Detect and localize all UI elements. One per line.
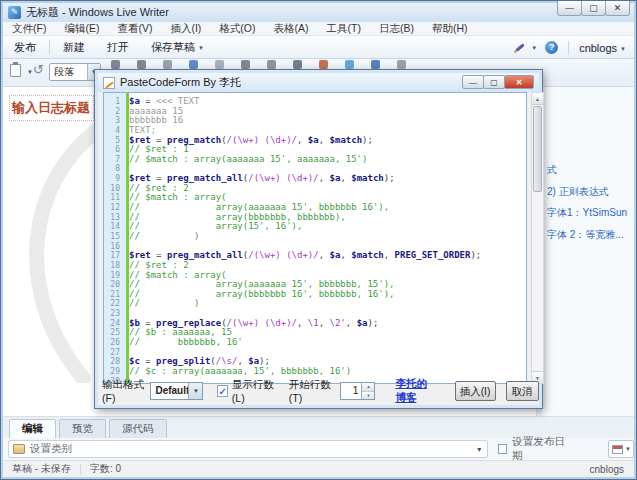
formatting-icons-strip bbox=[111, 60, 406, 69]
sidebar-link-1[interactable]: 2) 正则表达式 bbox=[547, 181, 632, 203]
scrollbar-thumb[interactable] bbox=[533, 106, 542, 192]
output-format-dropdown[interactable]: Default▼ bbox=[150, 382, 203, 400]
caret-down-icon: ▼ bbox=[198, 45, 204, 51]
menu-item-4[interactable]: 格式(O) bbox=[210, 22, 264, 36]
save-draft-button[interactable]: 保存草稿▼ bbox=[140, 40, 215, 55]
toolbar-separator bbox=[568, 41, 569, 55]
menu-item-6[interactable]: 工具(T) bbox=[318, 22, 370, 36]
show-line-numbers-label: 显示行数(L) bbox=[232, 378, 275, 404]
date-picker-button[interactable]: ▼ bbox=[608, 440, 634, 458]
brush-icon[interactable] bbox=[513, 41, 526, 54]
dialog-maximize-button[interactable]: ▢ bbox=[483, 75, 505, 89]
close-button[interactable]: ✕ bbox=[605, 1, 630, 16]
show-line-numbers-checkbox[interactable]: ✓ bbox=[217, 385, 227, 397]
sidebar-link-0[interactable]: 式 bbox=[547, 159, 632, 181]
cancel-button[interactable]: 取消 bbox=[506, 381, 539, 401]
right-sidebar: 式2) 正则表达式字体1：YtSimSun字体 2：等宽雅... bbox=[542, 87, 634, 416]
code-line: 11// $match : array( bbox=[104, 190, 526, 200]
tab-预览[interactable]: 预览 bbox=[59, 419, 106, 440]
clipboard-icon[interactable] bbox=[10, 64, 21, 77]
status-bar: 草稿 - 未保存 字数: 0 cnblogs bbox=[3, 460, 634, 477]
post-title-placeholder[interactable]: 输入日志标题 bbox=[9, 95, 94, 121]
code-line: 15// ) bbox=[104, 229, 526, 239]
menu-item-5[interactable]: 表格(A) bbox=[265, 22, 318, 36]
code-line: 17$ret = preg_match_all(/(\w+) (\d+)/, $… bbox=[104, 248, 526, 258]
chevron-down-icon: ▼ bbox=[476, 446, 483, 453]
caret-down-icon[interactable]: ▼ bbox=[531, 45, 537, 51]
dialog-title-bar[interactable]: PasteCodeForm By 李托 — ▢ ✕ bbox=[98, 73, 539, 92]
code-line: 7// $match : array(aaaaaaa 15', aaaaaaa,… bbox=[104, 152, 526, 162]
maximize-button[interactable]: ▢ bbox=[581, 1, 606, 16]
title-bar: ✎ 无标题 - Windows Live Writer — ▢ ✕ bbox=[3, 3, 634, 22]
menu-item-2[interactable]: 查看(V) bbox=[108, 22, 161, 36]
menu-item-7[interactable]: 日志(B) bbox=[370, 22, 423, 36]
main-toolbar: 发布 新建 打开 保存草稿▼ ▼ ? cnblogs▼ bbox=[3, 36, 634, 59]
start-line-stepper[interactable]: 1 ▲▼ bbox=[340, 382, 375, 400]
author-blog-link[interactable]: 李托的博客 bbox=[395, 377, 436, 405]
calendar-icon bbox=[612, 445, 623, 454]
code-lines: 1$a = <<< TEXT2aaaaaaa 153bbbbbbb 164TEX… bbox=[104, 94, 526, 383]
category-dropdown[interactable]: 设置类别 ▼ bbox=[8, 440, 488, 458]
code-line: 1$a = <<< TEXT bbox=[104, 94, 526, 104]
code-line: 2aaaaaaa 15 bbox=[104, 104, 526, 114]
paste-code-dialog: PasteCodeForm By 李托 — ▢ ✕ 1$a = <<< TEXT… bbox=[94, 69, 543, 409]
menu-item-8[interactable]: 帮助(H) bbox=[423, 22, 477, 36]
menu-item-3[interactable]: 插入(I) bbox=[161, 22, 210, 36]
toolbar-separator bbox=[49, 40, 50, 54]
menu-item-1[interactable]: 编辑(E) bbox=[55, 22, 108, 36]
code-line: 5$ret = preg_match(/(\w+) (\d+)/, $a, $m… bbox=[104, 133, 526, 143]
sidebar-list: 式2) 正则表达式字体1：YtSimSun字体 2：等宽雅... bbox=[547, 159, 632, 245]
chevron-down-icon: ▼ bbox=[188, 383, 202, 399]
open-button[interactable]: 打开 bbox=[96, 40, 140, 55]
tab-源代码[interactable]: 源代码 bbox=[109, 419, 167, 440]
undo-icon[interactable]: ↺ bbox=[33, 62, 44, 77]
spin-up-icon[interactable]: ▲ bbox=[362, 383, 374, 391]
category-label: 设置类别 bbox=[30, 442, 72, 456]
start-line-label: 开始行数(T) bbox=[289, 378, 332, 404]
sidebar-link-2[interactable]: 字体1：YtSimSun bbox=[547, 202, 632, 224]
code-line: 28$c = preg_split(/\s/, $a); bbox=[104, 354, 526, 364]
new-button[interactable]: 新建 bbox=[52, 40, 96, 55]
help-icon[interactable]: ? bbox=[545, 41, 558, 54]
post-options-row: 设置类别 ▼ 设置发布日期 ▼ bbox=[3, 438, 634, 460]
dialog-icon bbox=[103, 77, 115, 89]
code-line: 19// $match : array( bbox=[104, 268, 526, 278]
caret-down-icon: ▼ bbox=[620, 46, 626, 52]
publish-date-checkbox[interactable] bbox=[498, 444, 508, 454]
tag-icon bbox=[13, 444, 25, 454]
account-selector[interactable]: cnblogs▼ bbox=[571, 42, 626, 54]
code-line: 21// array(bbbbbbb 16', bbbbbbb, 16'), bbox=[104, 287, 526, 297]
chevron-down-icon: ▼ bbox=[625, 446, 631, 452]
draft-status: 草稿 - 未保存 bbox=[3, 462, 80, 476]
word-count: 字数: 0 bbox=[81, 462, 130, 476]
windows-live-writer-window: ✎ 无标题 - Windows Live Writer — ▢ ✕ 文件(F)编… bbox=[0, 0, 637, 480]
code-line: 26// bbbbbbb, 16' bbox=[104, 335, 526, 345]
code-line: 20// array(aaaaaaa 15', bbbbbbb, 15'), bbox=[104, 277, 526, 287]
code-scrollbar[interactable]: ▲ ▼ bbox=[531, 92, 544, 384]
menu-bar: 文件(F)编辑(E)查看(V)插入(I)格式(O)表格(A)工具(T)日志(B)… bbox=[3, 22, 634, 36]
code-line: 9$ret = preg_match_all(/(\w+) (\d+)/, $a… bbox=[104, 171, 526, 181]
publish-button[interactable]: 发布 bbox=[3, 40, 47, 55]
dialog-minimize-button[interactable]: — bbox=[462, 75, 484, 89]
status-account: cnblogs bbox=[590, 464, 634, 475]
tab-编辑[interactable]: 编辑 bbox=[9, 419, 56, 440]
code-line: 13// array(bbbbbbb, bbbbbbb), bbox=[104, 210, 526, 220]
sidebar-link-3[interactable]: 字体 2：等宽雅... bbox=[547, 224, 632, 246]
scroll-up-icon[interactable]: ▲ bbox=[532, 93, 543, 105]
code-line: 29// $c : array(aaaaaaa, 15', bbbbbbb, 1… bbox=[104, 364, 526, 374]
dialog-close-button[interactable]: ✕ bbox=[504, 75, 534, 89]
code-line: 12// array(aaaaaaa 15', bbbbbbb 16'), bbox=[104, 200, 526, 210]
spin-down-icon[interactable]: ▼ bbox=[362, 391, 374, 399]
minimize-button[interactable]: — bbox=[557, 1, 582, 16]
code-line: 3bbbbbbb 16 bbox=[104, 113, 526, 123]
dialog-title: PasteCodeForm By 李托 bbox=[120, 75, 241, 90]
menu-item-0[interactable]: 文件(F) bbox=[3, 22, 55, 36]
output-format-label: 输出格式(F) bbox=[102, 378, 145, 404]
insert-button[interactable]: 插入(I) bbox=[455, 381, 496, 401]
publish-date-label: 设置发布日期 bbox=[512, 435, 571, 463]
dialog-footer: 输出格式(F) Default▼ ✓ 显示行数(L) 开始行数(T) 1 ▲▼ … bbox=[98, 377, 539, 405]
app-icon: ✎ bbox=[8, 6, 21, 19]
code-preview[interactable]: 1$a = <<< TEXT2aaaaaaa 153bbbbbbb 164TEX… bbox=[103, 92, 527, 384]
code-line: 24$b = preg_replace(/(\w+) (\d+)/, \1, \… bbox=[104, 316, 526, 326]
window-title: 无标题 - Windows Live Writer bbox=[26, 5, 169, 20]
